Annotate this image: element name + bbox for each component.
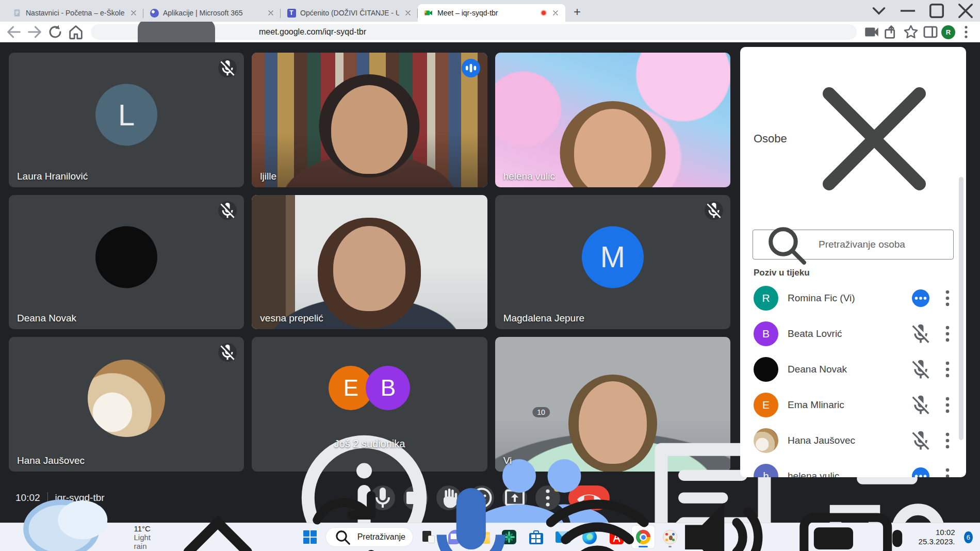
overflow-participant-initial: B — [366, 366, 410, 410]
tab-favicon — [12, 8, 22, 18]
window-controls — [864, 0, 980, 22]
section-label: Poziv u tijeku — [754, 268, 954, 278]
tab-favicon — [150, 8, 159, 18]
sync-glyph — [285, 478, 403, 551]
close-window-button[interactable] — [951, 0, 980, 22]
audio-indicator-icon — [912, 467, 929, 478]
participant-menu-button[interactable] — [936, 287, 959, 310]
participant-name: Magdalena Jepure — [503, 313, 584, 324]
side-panel-icon[interactable] — [922, 23, 939, 41]
new-tab-button[interactable]: + — [568, 3, 586, 21]
participant-avatar: M — [582, 226, 644, 288]
participant-name: Hana Jaušovec — [788, 435, 909, 446]
video-feed — [495, 53, 730, 187]
video-tile[interactable]: vesna prepelić — [252, 195, 487, 330]
address-bar[interactable]: meet.google.com/iqr-syqd-tbr — [91, 24, 857, 40]
participant-row[interactable]: B Beata Lovrić — [740, 316, 966, 351]
participant-row[interactable]: E Ema Mlinaric — [740, 387, 966, 423]
sync-icon[interactable] — [285, 478, 403, 551]
browser-tab[interactable]: Aplikacije | Microsoft 365 — [143, 4, 281, 22]
participant-menu-button[interactable] — [936, 322, 959, 345]
tab-close-button[interactable] — [266, 8, 275, 18]
overflow-avatars: EB — [329, 366, 410, 410]
mic-muted-icon — [218, 343, 237, 362]
browser-menu-icon[interactable] — [957, 23, 975, 41]
restore-button[interactable] — [922, 0, 951, 22]
video-tile[interactable]: ljille — [252, 53, 487, 187]
participant-name: Ema Mlinaric — [788, 399, 909, 411]
tab-close-button[interactable] — [403, 8, 413, 18]
tray-date: 25.3.2023. — [919, 537, 955, 546]
participant-name: helena vulic — [788, 471, 909, 478]
mic-muted-icon — [705, 201, 723, 220]
video-tile[interactable]: Deana Novak — [9, 195, 244, 330]
participant-menu-button[interactable] — [936, 394, 959, 416]
mic-muted-icon — [909, 322, 932, 345]
windows-taskbar: 11°C Light rain Pretraživanje 10:02 25.3… — [0, 523, 980, 551]
mic-muted-icon — [909, 429, 932, 452]
participant-avatar: B — [754, 321, 778, 346]
hidden-icons-chevron[interactable] — [159, 478, 277, 551]
close-icon[interactable] — [795, 59, 954, 218]
browser-tab[interactable]: Meet – iqr-syqd-tbr — [418, 4, 565, 22]
volume-icon[interactable] — [665, 478, 783, 551]
profile-avatar[interactable]: R — [941, 25, 955, 39]
participant-row[interactable]: h helena vulic — [740, 458, 966, 477]
panel-scrollbar[interactable] — [959, 177, 963, 440]
search-icon — [761, 220, 811, 270]
audio-indicator-icon — [462, 59, 480, 77]
video-tile[interactable]: helena vulic — [495, 53, 730, 187]
video-feed — [252, 195, 487, 330]
participant-row[interactable]: Hana Jaušovec — [740, 423, 966, 458]
browser-menu-chevron-icon[interactable] — [864, 0, 893, 22]
microphone-in-use-icon[interactable] — [412, 478, 530, 551]
participant-count-badge: 10 — [532, 407, 550, 417]
participant-row[interactable]: Deana Novak — [740, 351, 966, 387]
tab-favicon — [424, 8, 433, 18]
participant-name: Romina Fic (Vi) — [788, 293, 909, 304]
forward-button[interactable] — [26, 23, 43, 41]
search-input[interactable] — [819, 239, 945, 250]
minimize-button[interactable] — [893, 0, 922, 22]
share-icon[interactable] — [883, 23, 900, 41]
mic-muted-icon — [218, 59, 237, 77]
participant-avatar: R — [754, 286, 778, 311]
participant-name: helena vulic — [503, 171, 555, 182]
wifi-icon[interactable] — [538, 478, 657, 551]
participant-row[interactable]: R Romina Fic (Vi) — [740, 280, 966, 316]
search-box[interactable] — [753, 230, 954, 260]
tab-close-button[interactable] — [551, 8, 560, 18]
participant-menu-button[interactable] — [936, 358, 959, 381]
weather-widget[interactable]: 11°C Light rain — [8, 476, 159, 551]
mic-muted-icon — [218, 201, 237, 220]
participant-menu-button[interactable] — [936, 465, 959, 478]
video-tile[interactable]: Hana Jaušovec — [9, 337, 244, 472]
tab-title: Meet – iqr-syqd-tbr — [437, 9, 536, 17]
bookmark-star-icon[interactable] — [902, 23, 920, 41]
video-tile[interactable]: M Magdalena Jepure — [495, 195, 730, 330]
browser-tab[interactable]: Nastavnici - Početna – e-Škole — [6, 4, 143, 22]
recording-indicator — [541, 10, 547, 16]
participant-name: Laura Hranilović — [17, 171, 88, 182]
browser-tab[interactable]: T Općenito (DOŽIVI ČITANJE - UČE — [281, 4, 418, 22]
back-button[interactable] — [5, 23, 23, 41]
browser-toolbar: meet.google.com/iqr-syqd-tbr R — [0, 22, 980, 42]
toolbar-actions: R — [863, 23, 975, 41]
participant-menu-button[interactable] — [936, 429, 959, 452]
participant-info: Beata Lovrić — [788, 328, 909, 339]
reload-button[interactable] — [46, 23, 64, 41]
participant-avatar — [88, 360, 165, 437]
battery-icon[interactable] — [792, 478, 910, 551]
home-button[interactable] — [67, 23, 85, 41]
participant-info: Ema Mlinaric — [788, 399, 909, 411]
participant-avatar — [95, 226, 157, 288]
taskbar-clock[interactable]: 10:02 25.3.2023. — [919, 528, 955, 546]
video-tile[interactable]: L Laura Hranilović — [9, 53, 244, 187]
notification-count-badge[interactable]: 6 — [964, 531, 973, 543]
tab-close-button[interactable] — [129, 8, 138, 18]
camera-in-use-icon[interactable] — [863, 23, 880, 41]
tab-favicon: T — [287, 8, 296, 18]
tab-title: Nastavnici - Početna – e-Škole — [26, 9, 125, 17]
weather-desc: Light rain — [134, 533, 158, 550]
participant-info: Hana Jaušovec — [788, 435, 909, 446]
